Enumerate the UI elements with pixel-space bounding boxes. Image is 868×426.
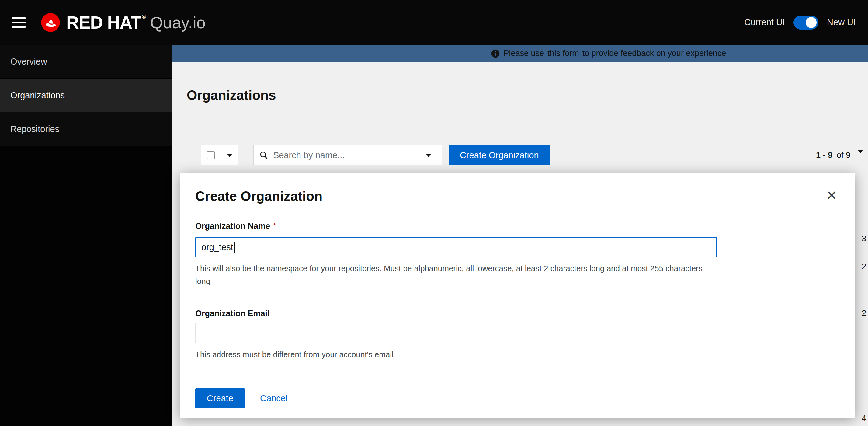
pagination-total: of 9 xyxy=(837,151,850,160)
current-ui-label: Current UI xyxy=(744,17,785,27)
search-input[interactable] xyxy=(273,150,415,161)
cancel-button[interactable]: Cancel xyxy=(260,393,287,403)
create-organization-button[interactable]: Create Organization xyxy=(449,145,550,165)
modal-actions: Create Cancel xyxy=(195,388,840,408)
masthead: RED HAT ® Quay.io Current UI New UI xyxy=(0,0,868,45)
banner-text-after: to provide feedback on your experience xyxy=(582,49,726,58)
sidebar-item-label: Organizations xyxy=(10,90,65,100)
pagination-dropdown-toggle[interactable] xyxy=(855,153,863,158)
close-icon[interactable]: ✕ xyxy=(825,188,838,203)
search-icon xyxy=(259,151,268,160)
create-button[interactable]: Create xyxy=(195,388,245,408)
clipped-table-fragment: 3 xyxy=(862,234,866,243)
organization-name-helper-text: This will also be the namespace for your… xyxy=(195,262,717,287)
clipped-table-fragment: 4 xyxy=(862,414,866,423)
menu-toggle-icon[interactable] xyxy=(11,17,26,28)
pagination-range: 1 - 9 xyxy=(816,151,832,160)
page-title: Organizations xyxy=(187,88,276,103)
bulk-select-checkbox[interactable] xyxy=(207,151,215,159)
organizations-toolbar: Create Organization 1 - 9 of 9 xyxy=(172,145,868,165)
banner-text-before: Please use xyxy=(504,49,545,58)
organization-email-field-group: Organization Email This address must be … xyxy=(195,309,717,361)
info-icon xyxy=(491,49,500,58)
chevron-down-icon xyxy=(426,154,431,157)
organization-email-label: Organization Email xyxy=(195,309,270,318)
feedback-form-link[interactable]: this form xyxy=(548,49,579,58)
trademark-symbol: ® xyxy=(142,14,146,20)
organization-email-input[interactable] xyxy=(195,323,731,343)
required-indicator: * xyxy=(273,221,276,230)
sidebar-item-label: Repositories xyxy=(10,124,59,134)
sidebar-nav: Overview Organizations Repositories xyxy=(0,45,172,426)
feedback-banner: Please use this form to provide feedback… xyxy=(172,45,868,62)
chevron-down-icon xyxy=(227,154,232,157)
clipped-table-fragment: 2 xyxy=(862,308,866,318)
hamburger-bar xyxy=(11,26,26,28)
new-ui-label: New UI xyxy=(827,17,856,27)
toggle-knob xyxy=(806,17,816,28)
search-filter-dropdown[interactable] xyxy=(415,146,442,165)
organization-name-field-group: Organization Name* org_test This will al… xyxy=(195,221,717,287)
hamburger-bar xyxy=(11,17,26,19)
page-header: Organizations xyxy=(172,62,868,118)
sidebar-item-organizations[interactable]: Organizations xyxy=(0,79,172,112)
product-name: Quay.io xyxy=(150,13,206,32)
create-organization-modal: Create Organization ✕ Organization Name*… xyxy=(180,173,855,418)
chevron-down-icon xyxy=(858,150,863,158)
sidebar-item-repositories[interactable]: Repositories xyxy=(0,112,172,146)
brand-name: RED HAT xyxy=(66,12,141,33)
organization-name-input[interactable]: org_test xyxy=(195,237,717,257)
pagination: 1 - 9 of 9 xyxy=(816,145,863,165)
bulk-select-dropdown[interactable] xyxy=(201,145,238,165)
organization-name-value: org_test xyxy=(202,242,233,252)
ui-toggle-switch[interactable] xyxy=(794,16,818,30)
organization-email-helper-text: This address must be different from your… xyxy=(195,348,717,361)
text-cursor xyxy=(234,242,235,252)
sidebar-item-label: Overview xyxy=(10,57,47,67)
organization-name-label: Organization Name xyxy=(195,221,270,231)
sidebar-item-overview[interactable]: Overview xyxy=(0,45,172,79)
clipped-table-fragment: 2 xyxy=(862,262,866,271)
quay-logo[interactable]: RED HAT ® Quay.io xyxy=(41,12,206,33)
modal-title: Create Organization xyxy=(195,189,840,204)
hamburger-bar xyxy=(11,22,26,23)
ui-version-toggle-group: Current UI New UI xyxy=(744,16,856,30)
search-field-group xyxy=(253,145,442,165)
redhat-logo-icon xyxy=(41,13,60,32)
